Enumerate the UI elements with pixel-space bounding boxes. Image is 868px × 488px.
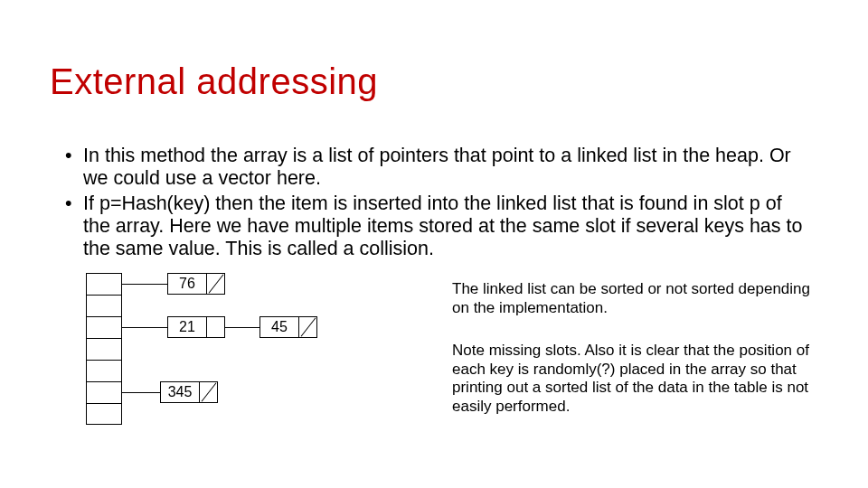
node-next-pointer [207,316,225,338]
array-slot [86,316,122,338]
bullet-dot-icon: • [65,192,83,261]
node-value: 21 [167,316,207,338]
array-slot [86,295,122,316]
array-slot [86,360,122,381]
slide-title: External addressing [50,61,378,102]
array-slot [86,381,122,403]
array-slot [86,403,122,425]
node-value: 345 [160,381,200,403]
hash-table-diagram: 76 21 45 345 [86,273,321,454]
bullet-item: • In this method the array is a list of … [65,145,807,191]
side-note: Note missing slots. Also it is clear tha… [452,342,814,417]
list-node: 76 [167,273,225,295]
pointer-link [122,392,160,393]
pointer-link [122,284,167,285]
bullet-dot-icon: • [65,145,83,191]
array-slot [86,273,122,295]
list-node: 21 [167,316,225,338]
list-node: 345 [160,381,218,403]
pointer-link [225,327,259,328]
pointer-link [122,327,167,328]
list-node: 45 [259,316,317,338]
side-note: The linked list can be sorted or not sor… [452,280,814,317]
bullet-list: • In this method the array is a list of … [65,145,807,263]
bullet-text: In this method the array is a list of po… [83,145,807,191]
array-slot [86,338,122,360]
null-pointer-icon [207,273,225,295]
node-value: 45 [259,316,299,338]
null-pointer-icon [299,316,317,338]
array-slots [86,273,122,425]
bullet-text: If p=Hash(key) then the item is inserted… [83,192,807,261]
null-pointer-icon [200,381,218,403]
node-value: 76 [167,273,207,295]
bullet-item: • If p=Hash(key) then the item is insert… [65,192,807,261]
slide: External addressing • In this method the… [0,0,868,488]
